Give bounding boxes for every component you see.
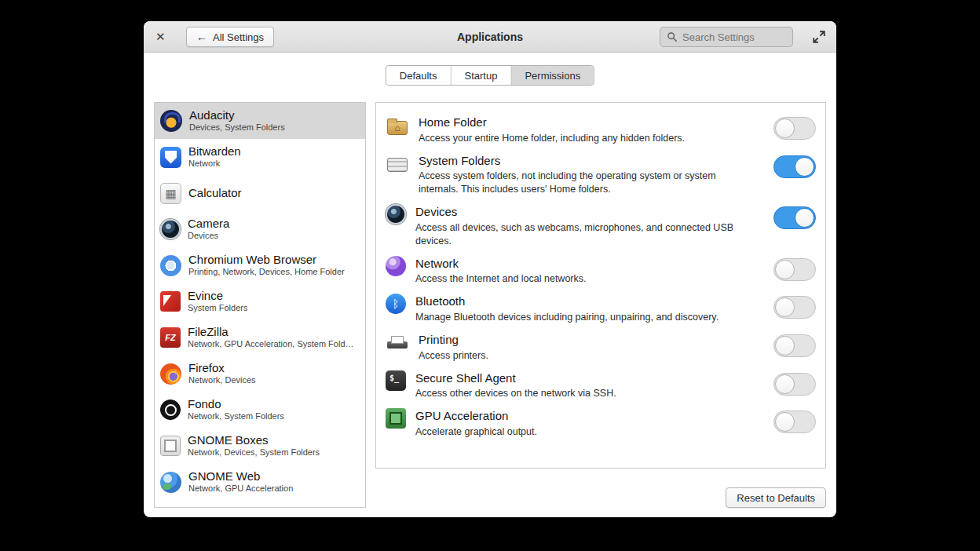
permission-toggle[interactable] xyxy=(773,155,816,178)
app-text: Calculator xyxy=(188,186,242,200)
app-list-item[interactable]: GNOME Web Network, GPU Acceleration xyxy=(155,464,365,500)
toggle-knob xyxy=(775,412,795,432)
permission-name: Devices xyxy=(415,205,764,220)
app-text: Fondo Network, System Folders xyxy=(188,397,284,422)
bitwarden-icon xyxy=(160,147,181,168)
close-icon: ✕ xyxy=(155,30,166,44)
permission-text: Home Folder Access your entire Home fold… xyxy=(419,115,764,145)
app-text: Camera Devices xyxy=(188,217,229,242)
chromium-icon xyxy=(160,255,181,276)
app-list-item[interactable]: Firefox Network, Devices xyxy=(155,356,365,392)
all-settings-button[interactable]: ← All Settings xyxy=(186,27,274,47)
app-text: Chromium Web Browser Printing, Network, … xyxy=(188,253,345,278)
permission-text: Printing Access printers. xyxy=(419,332,764,363)
toggle-knob xyxy=(775,336,795,356)
app-text: FileZilla Network, GPU Acceleration, Sys… xyxy=(188,325,354,350)
app-list-item[interactable]: Chromium Web Browser Printing, Network, … xyxy=(155,247,365,283)
permission-toggle[interactable] xyxy=(773,296,816,319)
app-permissions-summary: Network, GPU Acceleration, System Folder… xyxy=(188,339,354,350)
permission-name: Network xyxy=(415,257,764,272)
app-permissions-summary: Devices xyxy=(188,231,229,242)
home-folder-icon xyxy=(386,115,409,138)
tab-switcher: Defaults Startup Permissions xyxy=(386,65,594,86)
app-permissions-summary: Network, System Folders xyxy=(188,411,284,422)
app-list-item[interactable]: Audacity Devices, System Folders xyxy=(155,103,365,139)
permission-row: Home Folder Access your entire Home fold… xyxy=(384,111,817,149)
app-list-item[interactable]: Evince System Folders xyxy=(155,283,365,319)
camera-icon xyxy=(160,219,181,239)
tab-permissions[interactable]: Permissions xyxy=(510,66,594,85)
maximize-icon[interactable] xyxy=(812,30,826,44)
permission-row: Devices Access all devices, such as webc… xyxy=(384,200,817,252)
app-permissions-summary: Network, GPU Acceleration xyxy=(188,483,293,494)
calculator-icon xyxy=(160,183,181,204)
search-icon xyxy=(667,31,678,42)
permission-toggle[interactable] xyxy=(773,411,816,433)
permission-toggle[interactable] xyxy=(773,206,816,229)
devices-icon xyxy=(386,204,406,224)
app-text: Bitwarden Network xyxy=(188,144,241,170)
app-name: Fondo xyxy=(188,397,284,411)
app-permissions-summary: Network, Devices, System Folders xyxy=(188,447,320,458)
toggle-knob xyxy=(775,119,795,138)
toggle-knob xyxy=(775,374,795,394)
app-text: GNOME Web Network, GPU Acceleration xyxy=(188,469,293,494)
permissions-list: Home Folder Access your entire Home fold… xyxy=(375,102,826,469)
app-name: GNOME Boxes xyxy=(188,433,320,447)
permission-toggle[interactable] xyxy=(773,117,816,140)
app-list-item[interactable]: Fondo Network, System Folders xyxy=(155,392,365,428)
app-list-item[interactable]: Bitwarden Network xyxy=(155,139,365,175)
app-list-item[interactable]: FileZilla Network, GPU Acceleration, Sys… xyxy=(155,319,365,356)
permission-description: Access your entire Home folder, includin… xyxy=(419,132,755,145)
network-icon xyxy=(386,256,406,276)
gnome-boxes-icon xyxy=(160,436,181,456)
toggle-knob xyxy=(775,260,795,279)
audacity-icon xyxy=(160,110,182,132)
search-input[interactable] xyxy=(682,31,786,43)
settings-window: ✕ ← All Settings Applications Defaults S… xyxy=(144,21,836,517)
permission-toggle[interactable] xyxy=(773,258,816,281)
permission-text: Network Access the Internet and local ne… xyxy=(415,256,764,286)
app-text: Firefox Network, Devices xyxy=(188,361,256,386)
app-name: GNOME Web xyxy=(188,469,293,483)
permission-text: Bluetooth Manage Bluetooth devices inclu… xyxy=(415,294,764,324)
reset-to-defaults-button[interactable]: Reset to Defaults xyxy=(726,487,826,508)
app-name: FileZilla xyxy=(188,325,354,339)
app-list-item[interactable]: Calculator xyxy=(155,175,365,211)
permission-toggle[interactable] xyxy=(773,373,816,396)
header-bar: ✕ ← All Settings Applications xyxy=(144,21,836,53)
permission-row: System Folders Access system folders, no… xyxy=(384,149,817,201)
permission-toggle[interactable] xyxy=(773,334,816,357)
app-name: Bitwarden xyxy=(188,144,241,159)
tab-startup[interactable]: Startup xyxy=(450,66,510,85)
toggle-knob xyxy=(775,297,795,317)
all-settings-label: All Settings xyxy=(213,31,264,43)
app-text: Audacity Devices, System Folders xyxy=(189,108,285,133)
gpu-icon xyxy=(386,408,406,429)
search-box xyxy=(660,27,793,47)
close-button[interactable]: ✕ xyxy=(155,21,166,53)
permission-text: Devices Access all devices, such as webc… xyxy=(415,204,764,248)
firefox-icon xyxy=(160,363,181,385)
permission-name: Home Folder xyxy=(419,115,764,130)
permission-name: Bluetooth xyxy=(415,294,764,309)
permission-row: Secure Shell Agent Access other devices … xyxy=(384,367,817,405)
gnome-web-icon xyxy=(160,472,181,493)
app-name: Camera xyxy=(188,217,229,231)
permission-text: Secure Shell Agent Access other devices … xyxy=(415,370,764,401)
app-name: Evince xyxy=(188,289,247,303)
app-text: Evince System Folders xyxy=(188,289,247,314)
permission-description: Access the Internet and local networks. xyxy=(415,272,751,286)
toggle-knob xyxy=(795,157,814,177)
tab-defaults[interactable]: Defaults xyxy=(386,66,451,85)
app-permissions-summary: Devices, System Folders xyxy=(189,122,285,133)
system-folders-icon xyxy=(386,153,409,177)
printing-icon xyxy=(386,332,409,356)
permission-row: Bluetooth Manage Bluetooth devices inclu… xyxy=(384,290,817,328)
app-name: Audacity xyxy=(189,108,285,122)
app-name: Calculator xyxy=(188,186,242,200)
app-list-item[interactable]: Camera Devices xyxy=(155,211,365,247)
app-list-item[interactable]: GNOME Boxes Network, Devices, System Fol… xyxy=(155,428,365,464)
permission-description: Access other devices on the network via … xyxy=(415,387,751,400)
permission-name: Secure Shell Agent xyxy=(415,371,764,386)
